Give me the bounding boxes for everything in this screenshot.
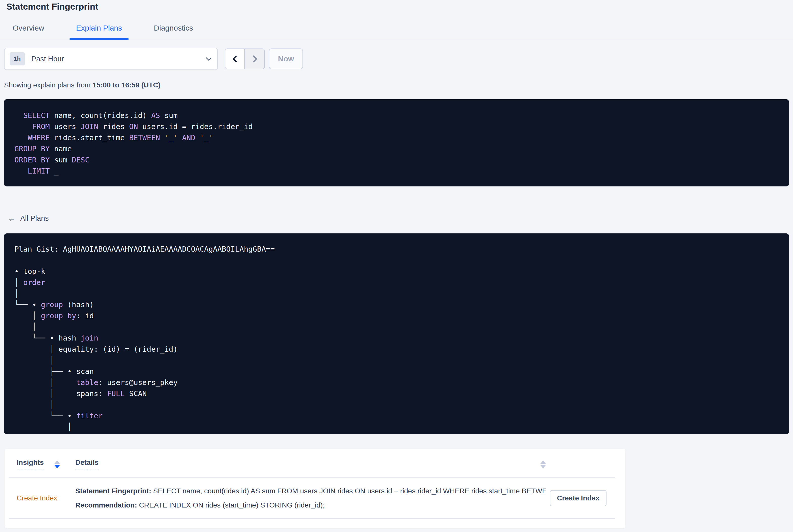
showing-prefix: Showing explain plans from bbox=[4, 81, 93, 89]
details-cell: Statement Fingerprint: SELECT name, coun… bbox=[75, 487, 546, 509]
next-interval-button[interactable] bbox=[245, 49, 264, 69]
statement-fingerprint-text: SELECT name, count(rides.id) AS sum FROM… bbox=[151, 487, 546, 495]
time-range-label: Past Hour bbox=[31, 55, 207, 63]
insights-table-header: Insights Details bbox=[4, 449, 625, 477]
time-controls: 1h Past Hour Now bbox=[4, 48, 789, 70]
all-plans-label: All Plans bbox=[20, 214, 49, 223]
statement-fingerprint-label: Statement Fingerprint: bbox=[75, 487, 151, 495]
insights-column-label: Insights bbox=[17, 458, 44, 470]
previous-interval-button[interactable] bbox=[225, 49, 245, 69]
recommendation-line: Recommendation: CREATE INDEX ON rides (s… bbox=[75, 501, 546, 509]
tab-diagnostics[interactable]: Diagnostics bbox=[147, 24, 200, 39]
action-cell: Create Index bbox=[546, 490, 606, 506]
sort-icon-details[interactable] bbox=[540, 460, 546, 468]
showing-range-text: Showing explain plans from 15:00 to 16:5… bbox=[4, 81, 789, 89]
sql-statement-panel: SELECT name, count(rides.id) AS sum FROM… bbox=[4, 99, 789, 186]
time-step-buttons bbox=[225, 49, 265, 69]
page-title: Statement Fingerprint bbox=[0, 0, 793, 12]
recommendation-text: CREATE INDEX ON rides (start_time) STORI… bbox=[137, 501, 325, 509]
statement-fingerprint-line: Statement Fingerprint: SELECT name, coun… bbox=[75, 487, 546, 495]
chevron-left-icon bbox=[232, 55, 239, 62]
time-range-select[interactable]: 1h Past Hour bbox=[4, 48, 218, 70]
chevron-down-icon bbox=[206, 55, 212, 61]
plan-gist-panel: Plan Gist: AgHUAQIABQAAAAHYAQIAiAEAAAADC… bbox=[4, 233, 789, 434]
showing-range-bold: 15:00 to 16:59 (UTC) bbox=[93, 81, 161, 89]
create-index-link[interactable]: Create Index bbox=[17, 494, 57, 502]
insights-column-header[interactable]: Insights bbox=[17, 458, 75, 470]
arrow-left-icon: ← bbox=[7, 214, 16, 223]
all-plans-link[interactable]: ← All Plans bbox=[7, 214, 49, 223]
create-index-button[interactable]: Create Index bbox=[550, 490, 606, 506]
insights-table: Insights Details Create Index Statement … bbox=[4, 449, 625, 529]
recommendation-label: Recommendation: bbox=[75, 501, 137, 509]
tab-bar: Overview Explain Plans Diagnostics bbox=[0, 21, 793, 39]
table-row: Create Index Statement Fingerprint: SELE… bbox=[4, 478, 625, 518]
table-divider-bottom bbox=[9, 518, 615, 519]
tab-explain-plans[interactable]: Explain Plans bbox=[70, 24, 129, 39]
chevron-right-icon bbox=[250, 55, 257, 62]
tab-overview[interactable]: Overview bbox=[6, 24, 51, 39]
details-column-header[interactable]: Details bbox=[75, 458, 546, 470]
time-range-badge: 1h bbox=[10, 52, 25, 65]
now-button[interactable]: Now bbox=[269, 49, 303, 69]
sort-icon-insights[interactable] bbox=[54, 460, 60, 468]
details-column-label: Details bbox=[75, 458, 98, 470]
insight-cell: Create Index bbox=[17, 494, 75, 502]
